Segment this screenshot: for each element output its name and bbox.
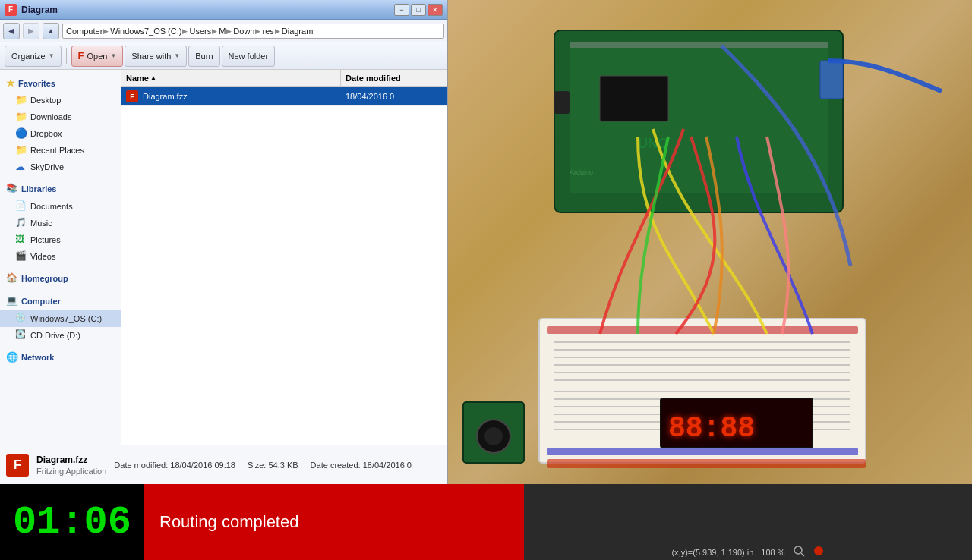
sidebar-section-favorites[interactable]: ★ Favorites (0, 74, 121, 92)
forward-button[interactable]: ▶ (23, 23, 39, 39)
share-button[interactable]: Share with ▼ (125, 46, 187, 67)
sidebar-item-downloads[interactable]: 📁 Downloads (0, 109, 121, 125)
burn-button[interactable]: Burn (188, 46, 219, 67)
status-file-icon: F (6, 454, 29, 477)
window-title: Diagram (21, 5, 390, 15)
sidebar-item-cd-drive[interactable]: 💽 CD Drive (D:) (0, 327, 121, 344)
favorites-icon: ★ (6, 77, 15, 89)
new-folder-button[interactable]: New folder (222, 46, 276, 67)
organize-button[interactable]: Organize ▼ (5, 46, 62, 67)
path-drive[interactable]: Windows7_OS (C:) ▶ (110, 27, 188, 36)
address-path[interactable]: Computer ▶ Windows7_OS (C:) ▶ Users ▶ M … (62, 24, 444, 39)
path-label: res (262, 27, 273, 36)
sidebar-item-desktop[interactable]: 📁 Desktop (0, 92, 121, 109)
sidebar-item-documents[interactable]: 📄 Documents (0, 198, 121, 215)
dropdown-arrow-icon: ▼ (49, 52, 55, 59)
sidebar-item-skydrive[interactable]: ☁ SkyDrive (0, 159, 121, 175)
sidebar-section-network[interactable]: 🌐 Network (0, 348, 121, 367)
path-label: M (219, 27, 226, 36)
svg-rect-5 (554, 91, 570, 114)
file-row-diagram[interactable]: F Diagram.fzz 18/04/2016 0 (122, 87, 447, 106)
sort-arrow-icon: ▲ (150, 74, 156, 81)
svg-rect-1 (554, 30, 843, 212)
up-button[interactable]: ▲ (43, 23, 59, 39)
photo-panel: UNO Arduino (448, 0, 972, 484)
drive-icon: 💿 (15, 313, 27, 325)
svg-rect-16 (554, 372, 850, 373)
svg-rect-24 (661, 398, 813, 448)
svg-rect-6 (570, 42, 828, 48)
svg-rect-3 (600, 76, 668, 121)
sidebar-section-homegroup[interactable]: 🏠 Homegroup (0, 269, 121, 288)
bottom-right-info: (x,y)=(5.939, 1.190) in 108 % (524, 484, 972, 560)
path-label: Windows7_OS (C:) (110, 27, 181, 36)
svg-text:Arduino: Arduino (570, 168, 593, 176)
sidebar-section-libraries[interactable]: 📚 Libraries (0, 180, 121, 198)
videos-icon: 🎬 (15, 250, 27, 263)
svg-rect-14 (554, 357, 850, 358)
fzz-file-icon: F (126, 90, 138, 102)
library-icon: 📚 (6, 183, 18, 195)
sidebar-item-videos[interactable]: 🎬 Videos (0, 248, 121, 265)
computer-icon: 💻 (6, 295, 18, 307)
folder-icon: ☁ (15, 161, 27, 173)
dropdown-arrow-icon: ▼ (110, 52, 116, 59)
open-icon: F (78, 50, 84, 61)
sidebar-item-windows7-os[interactable]: 💿 Windows7_OS (C:) (0, 310, 121, 327)
folder-icon: 📁 (15, 94, 27, 106)
svg-rect-19 (554, 398, 850, 400)
back-button[interactable]: ◀ (3, 23, 20, 39)
routing-status-text: Routing completed (159, 512, 298, 532)
sidebar-item-music[interactable]: 🎵 Music (0, 215, 121, 231)
column-name[interactable]: Name ▲ (122, 70, 341, 86)
path-res[interactable]: res ▶ (262, 27, 279, 36)
path-label: Down (233, 27, 254, 36)
path-users[interactable]: Users ▶ (189, 27, 217, 36)
svg-rect-22 (554, 421, 850, 423)
path-label: Users (189, 27, 211, 36)
status-info: Diagram.fzz Fritzing Application (36, 455, 106, 476)
svg-rect-10 (547, 326, 858, 334)
photo-background: UNO Arduino (448, 0, 972, 484)
column-date-modified[interactable]: Date modified (341, 70, 447, 86)
minimize-button[interactable]: − (394, 4, 409, 16)
folder-icon: 📁 (15, 144, 27, 156)
sidebar-item-dropbox[interactable]: 🔵 Dropbox (0, 125, 121, 142)
path-computer[interactable]: Computer ▶ (66, 27, 109, 36)
explorer-window: F Diagram − □ ✕ ◀ ▶ ▲ Computer ▶ Windows… (0, 0, 448, 484)
file-list: Name ▲ Date modified F Diagram.fzz 18/04… (122, 70, 447, 445)
timer-display: 01:06 (0, 484, 144, 560)
svg-text:UNO: UNO (638, 136, 668, 151)
sidebar-item-pictures[interactable]: 🖼 Pictures (0, 231, 121, 248)
path-m[interactable]: M ▶ (219, 27, 232, 36)
cd-icon: 💽 (15, 329, 27, 341)
sidebar-section-computer[interactable]: 💻 Computer (0, 292, 121, 310)
open-button[interactable]: F Open ▼ (71, 46, 124, 67)
close-button[interactable]: ✕ (428, 4, 443, 16)
svg-line-31 (801, 553, 804, 556)
routing-status-bar: Routing completed (144, 484, 524, 560)
maximize-button[interactable]: □ (411, 4, 426, 16)
svg-point-32 (814, 546, 823, 555)
svg-rect-23 (554, 429, 850, 430)
toolbar-separator (66, 48, 67, 64)
address-bar: ◀ ▶ ▲ Computer ▶ Windows7_OS (C:) ▶ User… (0, 20, 447, 42)
path-diagram[interactable]: Diagram (282, 27, 314, 36)
svg-rect-29 (547, 459, 866, 468)
pictures-icon: 🖼 (15, 234, 27, 246)
path-label: Computer (66, 27, 103, 36)
doc-icon: 📄 (15, 200, 27, 212)
sidebar-item-recent[interactable]: 📁 Recent Places (0, 142, 121, 159)
app-icon: F (5, 4, 17, 16)
path-label: Diagram (282, 27, 314, 36)
svg-rect-26 (463, 402, 524, 463)
music-icon: 🎵 (15, 217, 27, 229)
path-down[interactable]: Down ▶ (233, 27, 260, 36)
svg-rect-18 (554, 391, 850, 392)
svg-point-30 (794, 546, 802, 554)
content-area: ★ Favorites 📁 Desktop 📁 Downloads 🔵 Drop… (0, 70, 447, 445)
coordinates-text: (x,y)=(5.939, 1.190) in (671, 548, 753, 557)
file-name-cell: F Diagram.fzz (122, 90, 341, 102)
svg-rect-12 (554, 341, 850, 343)
svg-rect-0 (448, 0, 972, 484)
